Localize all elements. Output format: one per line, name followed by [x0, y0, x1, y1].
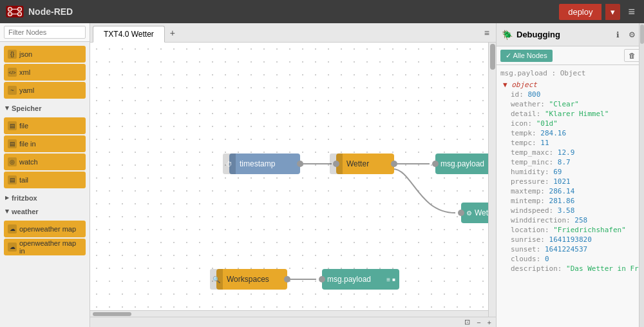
debug-field: tempc: 11: [511, 138, 640, 148]
debug-tree-root[interactable]: ▼ object: [503, 80, 640, 90]
canvas-bottom-bar: ⊡ − +: [90, 317, 496, 327]
debug-content[interactable]: msg.payload : Object ▼ object id: 800wea…: [497, 65, 644, 327]
canvas-scrollbar-h-thumb: [93, 312, 131, 316]
debug-field: sunrise: 1641193820: [511, 235, 640, 244]
wetter-label: Wetter: [346, 159, 369, 168]
canvas[interactable]: ⏱ timestamp ○ Wetter msg.payload ≡ ■: [90, 43, 496, 327]
node-xml[interactable]: </> xml: [4, 64, 86, 81]
msgpayload1-port-left: [432, 161, 439, 167]
wetter-port-left: [333, 161, 339, 167]
debug-collapse-icon[interactable]: ▼: [503, 81, 507, 89]
debug-field-key: icon:: [511, 119, 536, 128]
debug-field-key: location:: [511, 226, 553, 234]
topbar-left: Node-RED: [5, 5, 73, 19]
add-tab-button[interactable]: +: [166, 25, 179, 41]
node-json[interactable]: {} json: [4, 46, 86, 63]
node-filein-label: file in: [19, 140, 36, 148]
search-input[interactable]: [4, 26, 86, 39]
debug-field: location: "Friedrichshafen": [511, 225, 640, 235]
canvas-scrollbar-v[interactable]: [488, 43, 496, 317]
tab-txt40-wetter[interactable]: TXT4.0 Wetter: [93, 26, 165, 43]
group-fritzbox-header[interactable]: ▸ fritzbox: [0, 191, 90, 204]
group-speicher-header[interactable]: ▾ Speicher: [0, 101, 90, 115]
debug-field-key: detail:: [511, 110, 545, 118]
debug-field: maxtemp: 286.14: [511, 186, 640, 196]
debug-toolbar: ✓ Alle Nodes 🗑: [497, 46, 644, 65]
group-weather-header[interactable]: ▾ weather: [0, 204, 90, 218]
flow-connections: [90, 43, 496, 327]
debug-header-icons: ℹ ⚙: [613, 29, 639, 41]
debug-filter-button[interactable]: ✓ Alle Nodes: [500, 50, 553, 62]
node-msgpayload-2[interactable]: msg.payload ≡ ■: [322, 269, 399, 290]
debug-field: temp_maxc: 12.9: [511, 148, 640, 157]
node-timestamp[interactable]: ⏱ timestamp: [229, 154, 300, 174]
debug-field-value: 258: [574, 216, 587, 224]
node-wetter[interactable]: ○ Wetter: [336, 154, 394, 174]
msgpayload2-dot-icon: ■: [392, 277, 395, 282]
node-watch[interactable]: ◎ watch: [4, 154, 86, 170]
speicher-chevron-icon: ▾: [5, 104, 9, 112]
debug-field-value: "Clear": [549, 100, 579, 108]
debug-field-value: 8.7: [558, 158, 571, 166]
node-watch-label: watch: [19, 158, 38, 166]
msgpayload2-menu-icon: ≡: [386, 276, 390, 283]
node-json-label: json: [19, 50, 32, 58]
debug-field-value: 11: [540, 139, 549, 147]
debug-field-value: "Klarer Himmel": [545, 110, 609, 118]
debug-tree: ▼ object id: 800weather: "Clear"detail: …: [500, 80, 640, 273]
weather-chevron-icon: ▾: [5, 207, 9, 215]
menu-button[interactable]: ≡: [624, 3, 639, 21]
node-group-formats: {} json </> xml ~ yaml: [0, 42, 90, 101]
debug-field: icon: "01d": [511, 119, 640, 128]
node-tail[interactable]: ▤ tail: [4, 172, 86, 188]
debug-field-value: 12.9: [558, 148, 575, 157]
node-yaml[interactable]: ~ yaml: [4, 82, 86, 99]
debug-field-value: 69: [553, 168, 562, 176]
canvas-zoom-fit[interactable]: ⊡: [462, 317, 472, 327]
workspaces-label: Workspaces: [227, 275, 269, 284]
node-openweather-mapin[interactable]: ☁ openweather map in: [4, 239, 86, 255]
deploy-button[interactable]: deploy: [559, 4, 601, 20]
node-tail-label: tail: [19, 176, 28, 184]
deploy-dropdown-button[interactable]: ▾: [605, 4, 620, 20]
node-workspaces[interactable]: 🔍 Workspaces: [216, 269, 287, 290]
tab-menu-button[interactable]: ≡: [480, 25, 493, 41]
app-title: Node-RED: [28, 6, 73, 17]
debug-msg-label: msg.payload : Object: [500, 69, 640, 77]
workspaces-port-right: [284, 276, 290, 282]
debug-field: temp_minc: 8.7: [511, 157, 640, 167]
timestamp-port-right: [297, 161, 303, 167]
debug-header: 🪲 Debugging ℹ ⚙: [497, 23, 644, 46]
nodes-list: {} json </> xml ~ yaml ▾ Speicher: [0, 42, 90, 327]
node-openweather-mapin-label: openweather map in: [19, 239, 82, 255]
debug-field-key: tempk:: [511, 129, 540, 137]
debug-field-value: 800: [528, 90, 541, 99]
debug-icon: 🪲: [502, 30, 513, 40]
filein-icon: ▤: [8, 139, 17, 148]
main-layout: {} json </> xml ~ yaml ▾ Speicher: [0, 23, 644, 327]
debug-field-key: id:: [511, 90, 528, 99]
debug-field-value: 284.16: [540, 129, 566, 137]
node-file[interactable]: ▤ file: [4, 117, 86, 134]
node-msgpayload-1[interactable]: msg.payload ≡ ■: [435, 154, 496, 174]
node-file-label: file: [19, 122, 28, 130]
openweather-map-icon: ☁: [8, 224, 17, 233]
debug-field-key: clouds:: [511, 255, 545, 263]
debug-field: clouds: 0: [511, 254, 640, 264]
debug-field-value: "01d": [536, 119, 558, 128]
debug-field-key: windspeed:: [511, 206, 558, 215]
file-icon: ▤: [8, 121, 17, 130]
debug-field-value: 286.14: [549, 187, 575, 195]
fritzbox-chevron-icon: ▸: [5, 193, 9, 202]
debug-settings-button[interactable]: ⚙: [625, 29, 639, 41]
svg-point-2: [18, 7, 22, 11]
xml-icon: </>: [8, 68, 17, 77]
node-filein[interactable]: ▤ file in: [4, 135, 86, 152]
debug-info-button[interactable]: ℹ: [613, 29, 623, 41]
canvas-zoom-in[interactable]: +: [486, 318, 493, 327]
canvas-zoom-out[interactable]: −: [475, 318, 482, 327]
canvas-scrollbar-h[interactable]: [90, 310, 488, 317]
debug-field-value: "Friedrichshafen": [553, 226, 626, 234]
debug-delete-button[interactable]: 🗑: [624, 49, 640, 62]
node-openweather-map[interactable]: ☁ openweather map: [4, 221, 86, 237]
